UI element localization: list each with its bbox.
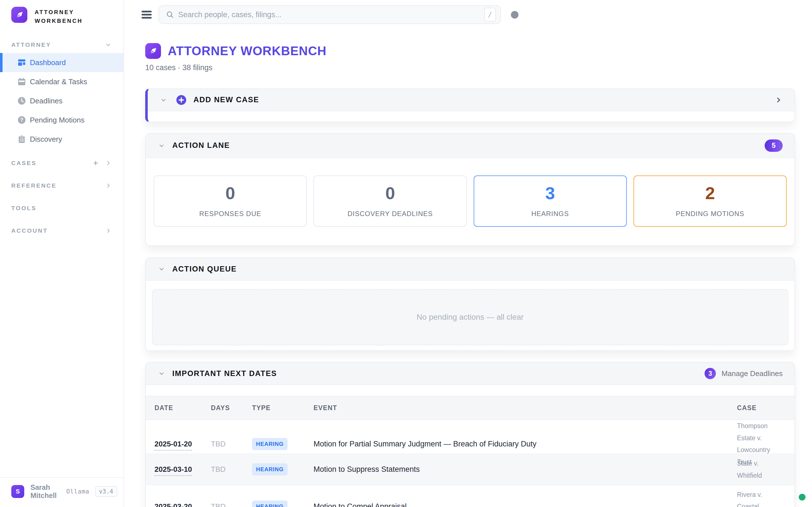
sidebar-section-account[interactable]: ACCOUNT [0, 223, 123, 239]
chevron-down-icon[interactable] [158, 142, 165, 150]
user-profile[interactable]: S Sarah Mitchell Ollama v3.4 [0, 477, 123, 507]
action-lane-title: ACTION LANE [172, 141, 230, 150]
brand-line-2: WORKBENCH [35, 17, 83, 25]
type-cell: HEARING [252, 501, 313, 507]
add-case-plus-icon[interactable]: + [93, 159, 98, 167]
hearing-badge: HEARING [252, 463, 288, 475]
calendar-icon [17, 77, 27, 87]
table-row[interactable]: 2025-03-20 TBD HEARING Motion to Compel … [146, 485, 795, 507]
svg-text:?: ? [20, 117, 23, 123]
sidebar-section-reference[interactable]: REFERENCE [0, 177, 123, 194]
page-title: ATTORNEY WORKBENCH [168, 44, 326, 58]
stat-label: DISCOVERY DEADLINES [348, 210, 433, 218]
chevron-right-icon [104, 182, 112, 189]
sidebar-item-label: Pending Motions [30, 116, 85, 124]
content: ATTORNEY WORKBENCH 10 cases · 38 filings… [145, 43, 795, 507]
days-cell: TBD [211, 502, 252, 507]
status-indicator-icon [511, 11, 518, 18]
clipboard-icon [17, 134, 27, 144]
main-area: / ATTORNEY WORKBENCH 10 cases · 38 filin… [124, 0, 812, 507]
stat-value: 3 [545, 184, 555, 202]
stat-card-pending-motions[interactable]: 2 PENDING MOTIONS [633, 175, 786, 227]
connection-status-icon [799, 494, 806, 501]
hearing-badge: HEARING [252, 501, 288, 507]
sidebar-item-deadlines[interactable]: Deadlines [0, 91, 123, 110]
next-dates-header[interactable]: IMPORTANT NEXT DATES 3 Manage Deadlines [146, 362, 795, 385]
table-row[interactable]: 2025-03-10 TBD HEARING Motion to Suppres… [146, 454, 795, 485]
sidebar: ATTORNEY WORKBENCH ATTORNEY Dashboard [0, 0, 124, 507]
stat-value: 0 [225, 184, 235, 202]
search-input[interactable] [178, 10, 484, 19]
help-circle-icon: ? [17, 115, 27, 125]
chevron-right-icon[interactable] [774, 96, 783, 104]
date-value[interactable]: 2025-01-20 [154, 440, 192, 451]
empty-state-panel: No pending actions — all clear [152, 289, 788, 345]
stat-label: PENDING MOTIONS [676, 210, 744, 218]
case-cell: State v. Whitfield [737, 457, 785, 482]
column-header-type: TYPE [252, 404, 313, 412]
action-queue-body: No pending actions — all clear [146, 281, 795, 345]
model-name: Ollama [66, 488, 89, 495]
attorney-workbench-app: ATTORNEY WORKBENCH ATTORNEY Dashboard [0, 0, 812, 507]
page-header: ATTORNEY WORKBENCH 10 cases · 38 filings [145, 43, 795, 72]
action-lane-header[interactable]: ACTION LANE 5 [146, 133, 795, 158]
brand-line-1: ATTORNEY [35, 8, 83, 17]
date-cell: 2025-03-10 [154, 465, 211, 474]
chevron-down-icon[interactable] [160, 96, 167, 104]
date-cell: 2025-01-20 [154, 440, 211, 448]
stat-label: HEARINGS [531, 210, 569, 218]
next-dates-count-badge: 3 [705, 368, 716, 379]
event-cell: Motion to Compel Appraisal [313, 502, 737, 507]
sidebar-item-label: Deadlines [30, 97, 63, 105]
add-new-case-title: ADD NEW CASE [193, 96, 259, 104]
brand: ATTORNEY WORKBENCH [0, 0, 123, 25]
manage-deadlines-link[interactable]: Manage Deadlines [721, 369, 783, 378]
stat-value: 2 [705, 184, 715, 202]
date-value[interactable]: 2025-03-20 [154, 502, 192, 507]
empty-state-text: No pending actions — all clear [417, 313, 524, 322]
stat-card-responses-due[interactable]: 0 RESPONSES DUE [154, 175, 307, 227]
case-cell: Rivera v. Coastal Insurance [737, 489, 785, 507]
event-cell: Motion for Partial Summary Judgment — Br… [313, 440, 737, 448]
search-icon [166, 10, 174, 19]
add-new-case-header[interactable]: ADD NEW CASE [148, 89, 795, 111]
date-value[interactable]: 2025-03-10 [154, 465, 192, 476]
sidebar-section-tools[interactable]: TOOLS [0, 200, 123, 216]
topbar: / [124, 0, 812, 24]
chevron-right-icon [104, 227, 112, 235]
column-header-event: EVENT [313, 404, 737, 412]
sidebar-section-attorney[interactable]: ATTORNEY [0, 37, 123, 53]
sidebar-item-dashboard[interactable]: Dashboard [0, 53, 123, 72]
date-cell: 2025-03-20 [154, 502, 211, 507]
search-bar: / [158, 5, 501, 24]
chevron-down-icon[interactable] [158, 265, 165, 273]
sidebar-item-calendar-tasks[interactable]: Calendar & Tasks [0, 72, 123, 91]
add-new-case-card: ADD NEW CASE [145, 89, 795, 122]
sidebar-item-pending-motions[interactable]: ? Pending Motions [0, 110, 123, 129]
action-queue-card: ACTION QUEUE No pending actions — all cl… [145, 258, 795, 351]
app-logo-icon [11, 7, 28, 23]
stat-label: RESPONSES DUE [199, 210, 261, 218]
stat-card-discovery-deadlines[interactable]: 0 DISCOVERY DEADLINES [313, 175, 467, 227]
menu-icon[interactable] [142, 10, 152, 19]
section-label-tools: TOOLS [11, 205, 36, 212]
sidebar-item-discovery[interactable]: Discovery [0, 129, 123, 149]
days-cell: TBD [211, 465, 252, 474]
brand-name: ATTORNEY WORKBENCH [35, 7, 83, 25]
plus-circle-icon [176, 95, 187, 105]
stat-card-hearings[interactable]: 3 HEARINGS [474, 175, 627, 227]
next-dates-table: DATE DAYS TYPE EVENT CASE 2025-01-20 TBD… [146, 396, 795, 507]
action-lane-count-badge: 5 [765, 139, 783, 152]
chevron-right-icon [104, 159, 112, 167]
event-cell: Motion to Suppress Statements [313, 465, 737, 474]
action-queue-header[interactable]: ACTION QUEUE [146, 258, 795, 281]
hearing-badge: HEARING [252, 438, 288, 450]
table-row[interactable]: 2025-01-20 TBD HEARING Motion for Partia… [146, 420, 795, 454]
search-shortcut-badge: / [484, 8, 496, 22]
chevron-down-icon[interactable] [158, 370, 165, 378]
sidebar-item-label: Dashboard [30, 58, 66, 67]
version-badge: v3.4 [95, 486, 117, 497]
section-label-cases: CASES [11, 160, 37, 166]
user-name: Sarah Mitchell [31, 483, 57, 500]
sidebar-section-cases[interactable]: CASES + [0, 155, 123, 171]
